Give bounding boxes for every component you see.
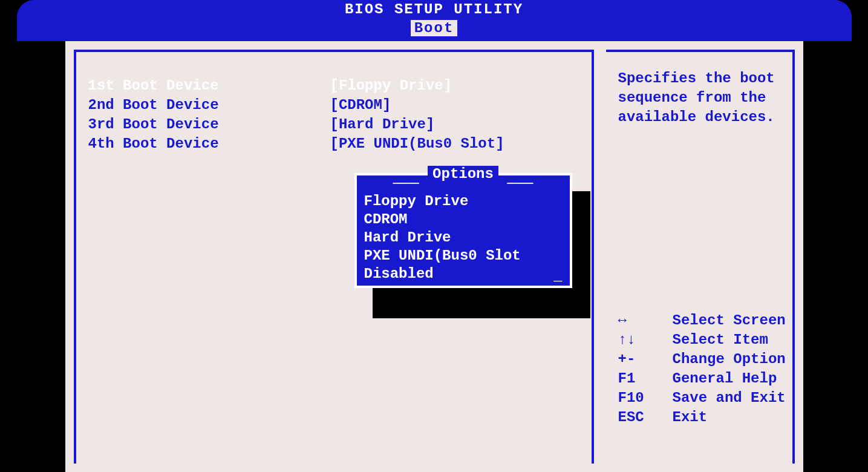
key-save-exit: F10 Save and Exit bbox=[618, 388, 786, 408]
options-item-cdrom[interactable]: CDROM bbox=[357, 211, 570, 229]
boot-device-4[interactable]: 4th Boot Device [PXE UNDI(Bus0 Slot] bbox=[88, 134, 586, 154]
options-item-pxe[interactable]: PXE UNDI(Bus0 Slot bbox=[357, 247, 570, 265]
panel-area: 1st Boot Device [Floppy Drive] 2nd Boot … bbox=[65, 41, 803, 472]
boot-device-3-value: [Hard Drive] bbox=[330, 115, 586, 134]
key-legend: ↔ Select Screen ↑↓ Select Item +- Change… bbox=[618, 311, 786, 427]
help-text: Specifies the boot sequence from the ava… bbox=[618, 69, 786, 127]
boot-device-1-value: [Floppy Drive] bbox=[330, 76, 586, 96]
boot-device-1[interactable]: 1st Boot Device [Floppy Drive] bbox=[88, 76, 586, 96]
options-popup: ─── Options ─── Floppy Drive CDROM Hard … bbox=[354, 173, 572, 288]
key-exit-desc: Exit bbox=[673, 408, 786, 427]
key-exit-key: ESC bbox=[618, 408, 673, 427]
boot-device-4-label: 4th Boot Device bbox=[88, 134, 330, 154]
bios-screen: BIOS SETUP UTILITY Boot 1st Boot Device … bbox=[17, 0, 852, 472]
key-save-exit-desc: Save and Exit bbox=[673, 388, 786, 408]
key-select-item: ↑↓ Select Item bbox=[618, 330, 786, 350]
options-item-disabled[interactable]: Disabled bbox=[357, 265, 570, 283]
boot-device-2-value: [CDROM] bbox=[330, 96, 586, 115]
options-item-floppy[interactable]: Floppy Drive bbox=[357, 192, 570, 211]
tab-boot[interactable]: Boot bbox=[411, 20, 458, 36]
key-general-help-key: F1 bbox=[618, 369, 673, 388]
bios-header: BIOS SETUP UTILITY Boot bbox=[17, 0, 852, 41]
boot-device-4-value: [PXE UNDI(Bus0 Slot] bbox=[330, 134, 586, 154]
boot-device-list: 1st Boot Device [Floppy Drive] 2nd Boot … bbox=[88, 76, 586, 154]
boot-device-2-label: 2nd Boot Device bbox=[88, 96, 330, 115]
boot-device-3-label: 3rd Boot Device bbox=[88, 115, 330, 134]
bios-title: BIOS SETUP UTILITY bbox=[17, 0, 852, 18]
key-general-help-desc: General Help bbox=[673, 369, 786, 388]
key-select-screen: ↔ Select Screen bbox=[618, 311, 786, 330]
options-item-harddrive[interactable]: Hard Drive bbox=[357, 229, 570, 247]
key-general-help: F1 General Help bbox=[618, 369, 786, 388]
boot-device-2[interactable]: 2nd Boot Device [CDROM] bbox=[88, 96, 586, 115]
main-panel: 1st Boot Device [Floppy Drive] 2nd Boot … bbox=[74, 50, 594, 464]
boot-device-3[interactable]: 3rd Boot Device [Hard Drive] bbox=[88, 115, 586, 134]
key-save-exit-key: F10 bbox=[618, 388, 673, 408]
boot-device-1-label: 1st Boot Device bbox=[88, 76, 330, 96]
popup-cursor-icon: _ bbox=[553, 268, 562, 284]
key-exit: ESC Exit bbox=[618, 408, 786, 427]
key-select-screen-desc: Select Screen bbox=[673, 311, 786, 330]
key-select-item-desc: Select Item bbox=[673, 330, 786, 350]
side-panel: Specifies the boot sequence from the ava… bbox=[606, 50, 795, 464]
key-select-screen-key: ↔ bbox=[618, 311, 673, 330]
key-change-option-key: +- bbox=[618, 350, 673, 369]
key-change-option: +- Change Option bbox=[618, 350, 786, 369]
key-select-item-key: ↑↓ bbox=[618, 330, 673, 350]
options-popup-title: Options bbox=[428, 166, 498, 182]
key-change-option-desc: Change Option bbox=[673, 350, 786, 369]
options-popup-header: ─── Options ─── bbox=[357, 175, 570, 192]
